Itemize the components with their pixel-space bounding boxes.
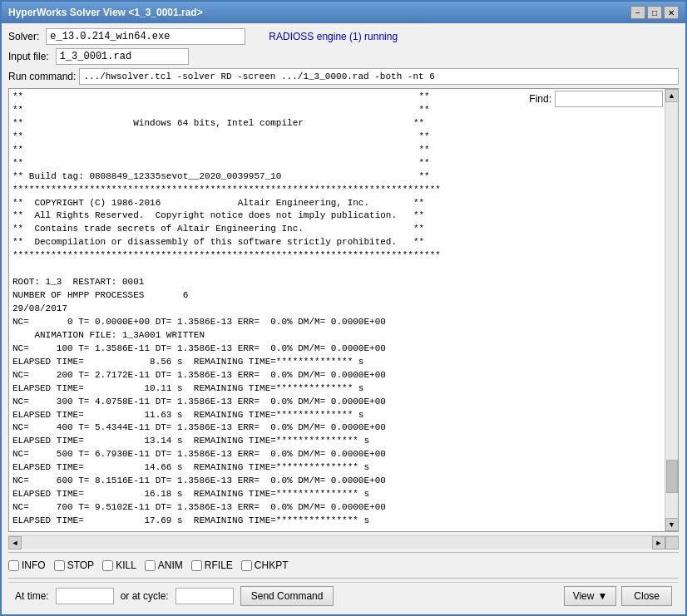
- at-cycle-input[interactable]: [175, 588, 234, 604]
- solver-status: RADIOSS engine (1) running: [269, 31, 398, 42]
- scroll-right-arrow[interactable]: ►: [652, 536, 665, 549]
- vertical-scrollbar[interactable]: ▲ ▼: [665, 89, 678, 531]
- run-command-label: Run command:: [8, 71, 76, 82]
- minimize-button[interactable]: −: [630, 6, 645, 19]
- checkbox-row: INFO STOP KILL ANIM RFILE CHKPT: [8, 556, 679, 574]
- kill-label: KILL: [116, 559, 136, 571]
- h-scroll-track[interactable]: [22, 536, 652, 549]
- anim-label: ANIM: [158, 559, 183, 571]
- checkbox-chkpt[interactable]: CHKPT: [241, 559, 289, 571]
- scroll-track[interactable]: [665, 102, 678, 518]
- log-area-container: ** ** ** ** ** Windows 64 bits, Intel c: [8, 88, 679, 532]
- main-window: HyperWorks Solver View <1_3_0001.rad> − …: [0, 0, 687, 616]
- content-area: Solver: RADIOSS engine (1) running Input…: [2, 23, 685, 614]
- checkbox-rfile[interactable]: RFILE: [191, 559, 233, 571]
- log-content: ** ** ** ** ** Windows 64 bits, Intel c: [9, 89, 665, 531]
- maximize-button[interactable]: □: [647, 6, 662, 19]
- solver-input[interactable]: [46, 28, 245, 45]
- or-at-cycle-label: or at cycle:: [121, 590, 169, 602]
- run-command-row: Run command:: [8, 68, 679, 85]
- checkbox-stop[interactable]: STOP: [54, 559, 94, 571]
- scroll-corner: [665, 536, 679, 549]
- chkpt-checkbox[interactable]: [241, 560, 252, 571]
- scroll-left-arrow[interactable]: ◄: [8, 536, 22, 549]
- bottom-bar: At time: or at cycle: Send Command View …: [8, 582, 679, 609]
- run-command-input[interactable]: [79, 68, 679, 85]
- rfile-label: RFILE: [205, 559, 233, 571]
- scroll-down-arrow[interactable]: ▼: [665, 518, 679, 531]
- checkbox-kill[interactable]: KILL: [102, 559, 136, 571]
- input-file-label: Input file:: [8, 51, 49, 62]
- close-button[interactable]: Close: [621, 586, 672, 606]
- view-label: View: [573, 590, 595, 602]
- at-time-input[interactable]: [56, 588, 114, 604]
- solver-row: Solver: RADIOSS engine (1) running: [8, 28, 679, 45]
- input-file-row: Input file:: [8, 48, 679, 65]
- right-controls: View ▼ Close: [564, 586, 672, 606]
- checkbox-info[interactable]: INFO: [8, 559, 46, 571]
- view-dropdown-arrow-icon: ▼: [597, 590, 607, 602]
- title-bar: HyperWorks Solver View <1_3_0001.rad> − …: [2, 2, 685, 23]
- window-title: HyperWorks Solver View <1_3_0001.rad>: [8, 7, 203, 18]
- chkpt-label: CHKPT: [255, 559, 289, 571]
- scroll-thumb[interactable]: [666, 460, 678, 493]
- close-window-button[interactable]: ✕: [664, 6, 679, 19]
- info-label: INFO: [22, 559, 46, 571]
- horizontal-scrollbar[interactable]: ◄ ►: [8, 535, 679, 549]
- find-label: Find:: [529, 93, 551, 105]
- info-checkbox[interactable]: [8, 560, 19, 571]
- input-file-input[interactable]: [56, 48, 189, 65]
- stop-checkbox[interactable]: [54, 560, 65, 571]
- send-command-button[interactable]: Send Command: [240, 586, 334, 606]
- at-time-label: At time:: [15, 590, 49, 602]
- kill-checkbox[interactable]: [102, 560, 113, 571]
- find-panel: Find:: [529, 91, 663, 107]
- rfile-checkbox[interactable]: [191, 560, 202, 571]
- view-button[interactable]: View ▼: [564, 586, 617, 606]
- solver-label: Solver:: [8, 31, 39, 42]
- title-bar-buttons: − □ ✕: [630, 6, 679, 19]
- stop-label: STOP: [67, 559, 94, 571]
- find-input[interactable]: [555, 91, 663, 107]
- checkbox-anim[interactable]: ANIM: [145, 559, 183, 571]
- anim-checkbox[interactable]: [145, 560, 156, 571]
- scroll-up-arrow[interactable]: ▲: [665, 89, 679, 102]
